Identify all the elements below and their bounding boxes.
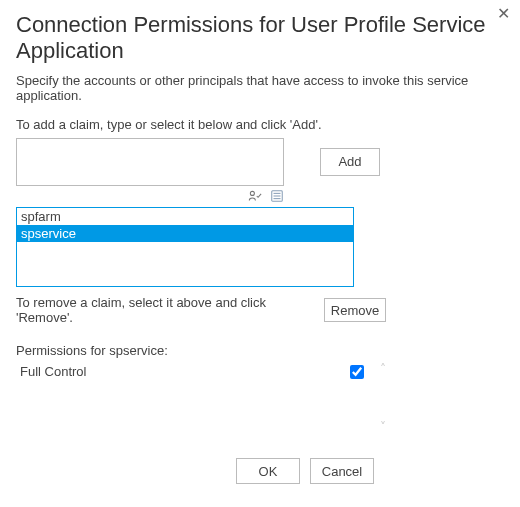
permissions-label: Permissions for spservice: [16,343,504,358]
list-item[interactable]: spfarm [17,208,353,225]
svg-point-0 [251,192,255,196]
browse-icon[interactable] [270,189,284,204]
people-picker-icon[interactable] [248,189,262,204]
close-button[interactable]: ✕ [497,6,510,22]
permission-checkbox[interactable] [350,365,364,379]
permissions-listbox: Full Control [16,362,368,381]
ok-button[interactable]: OK [236,458,300,484]
permission-row: Full Control [16,362,368,381]
scroll-down-icon[interactable]: ˅ [380,420,386,434]
list-filler [17,242,353,286]
claims-listbox[interactable]: spfarm spservice [16,207,354,287]
add-instruction: To add a claim, type or select it below … [16,117,504,132]
claim-input-icons [16,188,284,204]
claim-input[interactable] [16,138,284,186]
remove-instruction: To remove a claim, select it above and c… [16,295,324,325]
dialog-description: Specify the accounts or other principals… [16,73,504,103]
scroll-up-icon[interactable]: ˄ [380,362,386,376]
dialog-title: Connection Permissions for User Profile … [16,12,504,65]
permissions-scrollbar: ˄ ˅ [374,362,392,434]
cancel-button[interactable]: Cancel [310,458,374,484]
list-item[interactable]: spservice [17,225,353,242]
add-button[interactable]: Add [320,148,380,176]
permission-label: Full Control [20,364,350,379]
permissions-dialog: ✕ Connection Permissions for User Profil… [0,0,520,500]
remove-button[interactable]: Remove [324,298,386,322]
